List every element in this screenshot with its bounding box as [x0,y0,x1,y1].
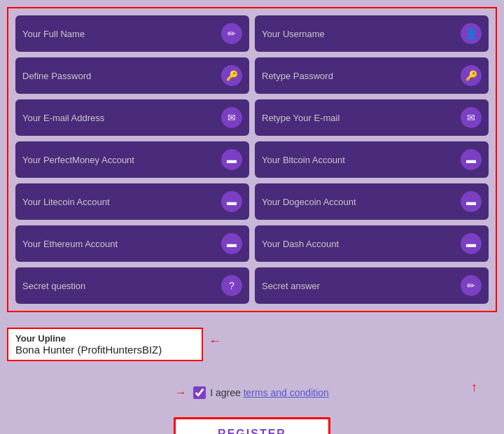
card-icon-3: ▬ [221,191,242,212]
left-column: Your Full Name ✏ [15,15,249,52]
vertical-arrow-indicator: ↑ [471,380,477,395]
agreement-row: → I agree terms and condition [175,386,329,399]
dogecoin-field[interactable]: Your Dogecoin Account ▬ [255,183,489,220]
register-wrapper: REGISTER [174,410,330,434]
key-icon-2: 🔑 [461,65,482,86]
left-col-6: Your Ethereum Account ▬ [15,225,249,262]
define-password-label: Define Password [22,71,221,81]
full-name-label: Your Full Name [22,29,221,39]
email-label: Your E-mail Address [22,113,221,123]
left-col-7: Secret question ? [15,267,249,304]
left-arrow-indicator: ← [209,334,221,349]
right-col-6: Your Dash Account ▬ [255,225,489,262]
card-icon-1: ▬ [221,149,242,170]
right-col-3: Retype Your E-mail ✉ [255,99,489,136]
upline-value: Bona Hunter (ProfitHuntersBIZ) [15,344,195,356]
right-col-2: Retype Password 🔑 [255,57,489,94]
right-col-4: Your Bitcoin Account ▬ [255,141,489,178]
left-col-4: Your PerfectMoney Account ▬ [15,141,249,178]
agreement-text: I agree terms and condition [210,387,329,398]
bitcoin-field[interactable]: Your Bitcoin Account ▬ [255,141,489,178]
upline-wrapper: Your Upline Bona Hunter (ProfitHuntersBI… [7,321,497,361]
email-icon-1: ✉ [221,107,242,128]
agree-text: I agree [210,387,243,398]
litecoin-field[interactable]: Your Litecoin Account ▬ [15,183,249,220]
edit-icon: ✏ [221,23,242,44]
right-col-5: Your Dogecoin Account ▬ [255,183,489,220]
terms-link[interactable]: terms and condition [244,387,329,398]
secret-answer-field[interactable]: Secret answer ✏ [255,267,489,304]
question-icon: ? [221,275,242,296]
full-name-field[interactable]: Your Full Name ✏ [15,15,249,52]
ethereum-label: Your Ethereum Account [22,239,221,249]
perfectmoney-field[interactable]: Your PerfectMoney Account ▬ [15,141,249,178]
dash-label: Your Dash Account [262,239,461,249]
card-icon-6: ▬ [461,233,482,254]
right-column-1: Your Username 👤 [255,15,489,52]
email-icon-2: ✉ [461,107,482,128]
key-icon-1: 🔑 [221,65,242,86]
upline-section: Your Upline Bona Hunter (ProfitHuntersBI… [7,328,203,361]
registration-form: Your Full Name ✏ Your Username 👤 Define … [7,7,497,312]
right-col-7: Secret answer ✏ [255,267,489,304]
username-field[interactable]: Your Username 👤 [255,15,489,52]
agreement-checkbox[interactable] [193,386,206,399]
arrow-checkbox-indicator: → [175,386,186,399]
upline-label: Your Upline [15,333,195,344]
litecoin-label: Your Litecoin Account [22,197,221,207]
secret-question-field[interactable]: Secret question ? [15,267,249,304]
left-col-3: Your E-mail Address ✉ [15,99,249,136]
card-icon-4: ▬ [461,191,482,212]
ethereum-field[interactable]: Your Ethereum Account ▬ [15,225,249,262]
dogecoin-label: Your Dogecoin Account [262,197,461,207]
retype-email-label: Retype Your E-mail [262,113,461,123]
form-grid: Your Full Name ✏ Your Username 👤 Define … [15,15,489,304]
retype-email-field[interactable]: Retype Your E-mail ✉ [255,99,489,136]
email-field[interactable]: Your E-mail Address ✉ [15,99,249,136]
retype-password-field[interactable]: Retype Password 🔑 [255,57,489,94]
bitcoin-label: Your Bitcoin Account [262,155,461,165]
card-icon-2: ▬ [461,149,482,170]
secret-answer-label: Secret answer [262,281,461,291]
register-button[interactable]: REGISTER [174,417,330,434]
card-icon-5: ▬ [221,233,242,254]
secret-question-label: Secret question [22,281,221,291]
retype-password-label: Retype Password [262,71,461,81]
perfectmoney-label: Your PerfectMoney Account [22,155,221,165]
edit-icon-2: ✏ [461,275,482,296]
define-password-field[interactable]: Define Password 🔑 [15,57,249,94]
user-icon: 👤 [461,23,482,44]
agreement-row-wrapper: → I agree terms and condition [7,386,497,399]
dash-field[interactable]: Your Dash Account ▬ [255,225,489,262]
left-col-2: Define Password 🔑 [15,57,249,94]
left-col-5: Your Litecoin Account ▬ [15,183,249,220]
username-label: Your Username [262,29,461,39]
